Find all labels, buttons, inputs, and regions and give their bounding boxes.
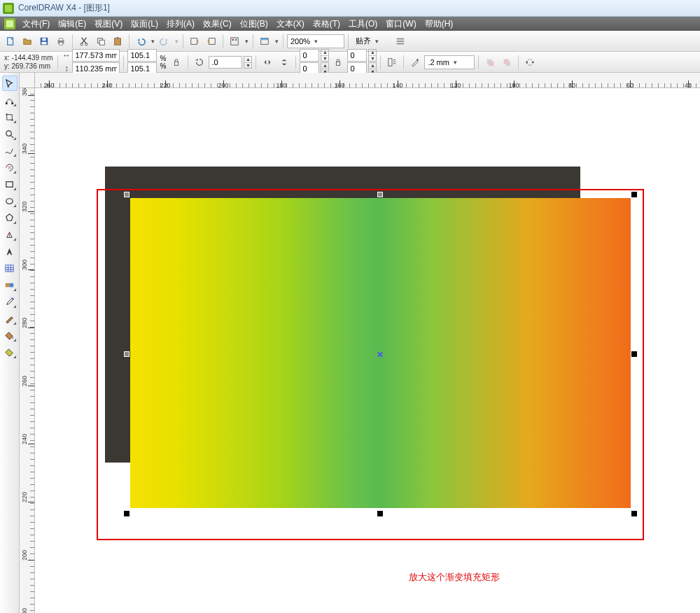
- menu-table[interactable]: 表格(T): [309, 17, 344, 31]
- svg-rect-3: [42, 38, 46, 41]
- selection-center-icon[interactable]: ✕: [377, 350, 384, 360]
- save-button[interactable]: [36, 34, 52, 49]
- menu-help[interactable]: 帮助(H): [421, 17, 458, 31]
- separator: [72, 34, 73, 48]
- undo-button[interactable]: [133, 34, 148, 49]
- welcome-button[interactable]: [257, 34, 272, 49]
- app-launcher-button[interactable]: [227, 34, 242, 49]
- rectangle-tool[interactable]: [2, 176, 18, 192]
- interactive-tool[interactable]: [2, 277, 18, 293]
- handle-bot-mid[interactable]: [377, 511, 383, 516]
- svg-rect-22: [397, 43, 405, 44]
- vertical-ruler[interactable]: 360340320300280260240220200180: [20, 88, 35, 613]
- corner3-input[interactable]: [347, 49, 367, 62]
- outline-pen-icon: [407, 55, 423, 70]
- svg-rect-12: [116, 36, 119, 38]
- new-button[interactable]: [3, 34, 18, 49]
- svg-point-42: [12, 297, 14, 300]
- menu-view[interactable]: 视图(V): [90, 17, 127, 31]
- menu-edit[interactable]: 编辑(E): [54, 17, 90, 31]
- import-button[interactable]: [187, 34, 202, 49]
- svg-rect-6: [59, 42, 62, 45]
- horizontal-ruler[interactable]: 260240220200180160140120100806040: [35, 73, 700, 88]
- menu-window[interactable]: 窗口(W): [382, 17, 420, 31]
- options-button[interactable]: [393, 34, 408, 49]
- svg-rect-40: [6, 283, 10, 287]
- scalex-input[interactable]: [127, 49, 157, 62]
- svg-rect-10: [99, 40, 104, 45]
- print-button[interactable]: [53, 34, 69, 49]
- polygon-tool[interactable]: [2, 210, 18, 225]
- menu-layout[interactable]: 版面(L): [127, 17, 162, 31]
- spinner[interactable]: ▲▼: [368, 49, 377, 62]
- welcome-dropdown-icon[interactable]: ▾: [274, 38, 279, 45]
- text-tool[interactable]: [2, 244, 18, 259]
- mirror-v-button[interactable]: [276, 55, 292, 70]
- width-input[interactable]: [72, 49, 120, 62]
- mirror-h-button[interactable]: [260, 55, 275, 70]
- zoom-combo[interactable]: 200% ▾: [287, 34, 344, 48]
- handle-mid-left[interactable]: [124, 351, 130, 357]
- corner-lock-button[interactable]: [330, 55, 346, 70]
- eyedropper-tool[interactable]: [2, 294, 18, 309]
- crop-tool[interactable]: [2, 109, 18, 125]
- basic-shapes-tool[interactable]: [2, 227, 18, 242]
- handle-top-right[interactable]: [631, 192, 637, 197]
- shape-tool[interactable]: [2, 92, 18, 108]
- svg-rect-16: [232, 38, 234, 41]
- menu-tools[interactable]: 工具(O): [344, 17, 382, 31]
- snap-combo[interactable]: 贴齐 ▾: [352, 34, 391, 48]
- outline-width-combo[interactable]: .2 mm ▾: [424, 55, 475, 69]
- smart-fill-tool[interactable]: [2, 160, 18, 175]
- undo-dropdown-icon[interactable]: ▾: [150, 38, 155, 45]
- lock-ratio-button[interactable]: [169, 55, 184, 70]
- rotation-spinner[interactable]: ▲▼: [244, 56, 252, 69]
- menu-bitmaps[interactable]: 位图(B): [236, 17, 272, 31]
- separator: [478, 55, 479, 69]
- export-button[interactable]: [204, 34, 219, 49]
- svg-rect-13: [191, 38, 197, 44]
- menu-effects[interactable]: 效果(C): [199, 17, 236, 31]
- handle-bot-right[interactable]: [631, 511, 637, 516]
- corner1-input[interactable]: [300, 49, 319, 62]
- to-front-button[interactable]: [482, 55, 498, 70]
- launcher-dropdown-icon[interactable]: ▾: [244, 38, 249, 45]
- handle-mid-right[interactable]: [631, 351, 637, 357]
- redo-button[interactable]: [157, 34, 172, 49]
- cut-button[interactable]: [76, 34, 92, 49]
- wrap-text-button[interactable]: [384, 55, 400, 70]
- ellipse-tool[interactable]: [2, 193, 18, 209]
- handle-top-left[interactable]: [124, 192, 130, 197]
- separator: [129, 34, 130, 48]
- svg-rect-41: [10, 283, 14, 287]
- canvas[interactable]: ✕ 放大这个渐变填充矩形: [35, 88, 700, 613]
- table-tool[interactable]: [2, 260, 18, 276]
- copy-button[interactable]: [93, 34, 108, 49]
- outline-tool[interactable]: [2, 311, 18, 326]
- zoom-tool[interactable]: [2, 126, 18, 141]
- title-bar: CorelDRAW X4 - [图形1]: [0, 0, 700, 17]
- open-button[interactable]: [20, 34, 35, 49]
- svg-rect-30: [504, 59, 509, 64]
- svg-rect-24: [337, 62, 340, 65]
- handle-bot-left[interactable]: [124, 511, 130, 516]
- handle-top-mid[interactable]: [377, 192, 383, 197]
- separator: [183, 34, 183, 48]
- spinner[interactable]: ▲▼: [321, 49, 329, 62]
- redo-dropdown-icon[interactable]: ▾: [174, 38, 179, 45]
- menu-file[interactable]: 文件(F): [18, 17, 54, 31]
- convert-to-curves-button[interactable]: [522, 55, 538, 70]
- to-back-button[interactable]: [499, 55, 514, 70]
- freehand-tool[interactable]: [2, 143, 18, 158]
- separator: [188, 55, 188, 69]
- rotation-input[interactable]: [209, 56, 242, 69]
- pick-tool[interactable]: [2, 76, 18, 91]
- svg-rect-20: [397, 38, 405, 39]
- paste-button[interactable]: [110, 34, 125, 49]
- ruler-origin[interactable]: [20, 73, 35, 88]
- interactive-fill-tool[interactable]: [2, 344, 18, 360]
- fill-tool[interactable]: [2, 327, 18, 343]
- menu-text[interactable]: 文本(X): [272, 17, 309, 31]
- separator: [403, 55, 404, 69]
- menu-arrange[interactable]: 排列(A): [162, 17, 199, 31]
